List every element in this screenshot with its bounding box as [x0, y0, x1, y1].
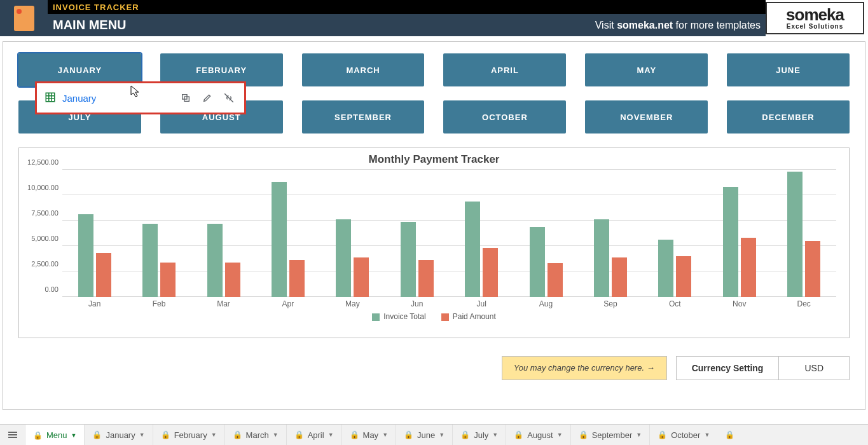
hyperlink-text[interactable]: January — [62, 93, 172, 104]
bar-paid-amount — [418, 260, 434, 297]
sheet-tab-label: May — [363, 430, 379, 440]
svg-line-7 — [224, 93, 233, 102]
month-button-september[interactable]: SEPTEMBER — [302, 100, 425, 134]
chart-bar-group — [593, 170, 628, 297]
chart-x-tick: Apr — [270, 299, 306, 308]
bar-paid-amount — [225, 263, 240, 297]
lock-icon: 🔒 — [92, 430, 102, 439]
currency-hint: You may change the currency here. → — [502, 356, 667, 380]
chart-x-tick: Jun — [399, 299, 435, 308]
svg-rect-0 — [46, 93, 55, 102]
month-button-november[interactable]: NOVEMBER — [585, 100, 708, 134]
all-sheets-button[interactable] — [0, 425, 25, 445]
visit-post: for more templates — [673, 20, 761, 31]
chevron-down-icon: ▼ — [139, 432, 145, 438]
hyperlink-popup: January — [35, 81, 246, 114]
bar-invoice-total — [594, 219, 609, 297]
sheet-tab-overflow[interactable]: 🔒 — [717, 425, 742, 445]
chart-x-tick: Oct — [657, 299, 692, 308]
app-title: INVOICE TRACKER — [48, 0, 766, 14]
currency-setting-label: Currency Setting — [677, 357, 779, 380]
lock-icon: 🔒 — [161, 430, 170, 439]
sheet-tab-september[interactable]: 🔒September▼ — [571, 425, 651, 445]
chart-bar-group — [722, 170, 757, 297]
chart-x-tick: Aug — [528, 299, 564, 308]
bar-invoice-total — [336, 219, 351, 297]
chart-x-tick: Sep — [593, 299, 628, 308]
month-button-march[interactable]: MARCH — [302, 53, 425, 86]
chevron-down-icon: ▼ — [439, 432, 444, 438]
sheet-tab-menu[interactable]: 🔒Menu▼ — [25, 425, 85, 445]
chart-x-tick: Dec — [786, 299, 822, 308]
currency-setting-value[interactable]: USD — [778, 357, 849, 380]
sheet-tab-april[interactable]: 🔒April▼ — [287, 425, 342, 445]
bar-invoice-total — [787, 172, 803, 297]
main-panel: JANUARY FEBRUARY MARCH APRIL MAY JUNE JU… — [3, 41, 865, 410]
sheet-tab-august[interactable]: 🔒August▼ — [506, 425, 570, 445]
chart-bar-group — [786, 170, 822, 297]
sheet-tab-march[interactable]: 🔒March▼ — [225, 425, 287, 445]
bar-invoice-total — [530, 227, 545, 297]
lock-icon: 🔒 — [233, 430, 242, 439]
sheet-tab-label: March — [246, 430, 269, 440]
bar-paid-amount — [548, 263, 563, 297]
app-header: INVOICE TRACKER MAIN MENU Visit someka.n… — [0, 0, 868, 36]
lock-icon: 🔒 — [294, 430, 304, 439]
chart-bar-group — [657, 170, 692, 297]
month-button-december[interactable]: DECEMBER — [727, 100, 850, 134]
sheet-tab-october[interactable]: 🔒October▼ — [650, 425, 717, 445]
sheet-tab-label: January — [106, 430, 135, 440]
brand-name: someka — [786, 6, 844, 23]
sheet-tab-label: April — [308, 430, 324, 440]
chart-bar-group — [270, 170, 306, 297]
app-logo — [0, 0, 48, 36]
lock-icon: 🔒 — [404, 430, 413, 439]
bar-paid-amount — [741, 238, 756, 297]
sheet-tab-february[interactable]: 🔒February▼ — [153, 425, 225, 445]
lock-icon: 🔒 — [658, 430, 667, 439]
chart-bar-group — [528, 170, 564, 297]
sheet-tab-label: September — [592, 430, 633, 440]
bar-invoice-total — [142, 224, 158, 297]
sheet-tab-may[interactable]: 🔒May▼ — [342, 425, 396, 445]
brand-sub: Excel Solutions — [787, 23, 843, 30]
chevron-down-icon: ▼ — [382, 432, 388, 438]
sheet-tab-label: June — [417, 430, 435, 440]
bar-invoice-total — [272, 182, 287, 297]
chart-y-tick: 7,500.00 — [31, 209, 62, 217]
month-button-october[interactable]: OCTOBER — [443, 100, 566, 134]
brand-badge: someka Excel Solutions — [766, 2, 864, 34]
sheet-tab-label: Menu — [46, 430, 67, 440]
legend-item-paid-amount: Paid Amount — [441, 312, 496, 321]
chevron-down-icon: ▼ — [636, 432, 642, 438]
chart-x-tick: Mar — [206, 299, 242, 308]
month-button-april[interactable]: APRIL — [443, 53, 566, 86]
sheet-tab-label: October — [671, 430, 700, 440]
edit-link-button[interactable] — [200, 90, 215, 106]
bar-invoice-total — [465, 202, 480, 297]
sheet-tab-label: February — [174, 430, 207, 440]
visit-link[interactable]: Visit someka.net for more templates — [595, 20, 761, 31]
month-button-june[interactable]: JUNE — [727, 53, 850, 86]
sheet-tab-june[interactable]: 🔒June▼ — [396, 425, 453, 445]
invoice-icon — [14, 6, 34, 31]
chart-legend: Invoice Total Paid Amount — [28, 312, 840, 321]
chart-bars — [62, 170, 836, 297]
bar-paid-amount — [354, 257, 369, 297]
sheet-tab-january[interactable]: 🔒January▼ — [85, 425, 153, 445]
chart-y-tick: 0.00 — [45, 285, 62, 293]
chart-y-tick: 10,000.00 — [27, 184, 62, 191]
sheet-icon — [45, 92, 56, 105]
bar-invoice-total — [723, 187, 738, 297]
lock-icon: 🔒 — [514, 430, 523, 439]
chart-bar-group — [206, 170, 242, 297]
sheet-tab-july[interactable]: 🔒July▼ — [453, 425, 506, 445]
copy-link-button[interactable] — [178, 90, 193, 106]
bar-paid-amount — [805, 241, 820, 297]
bar-paid-amount — [612, 257, 627, 297]
bar-paid-amount — [160, 263, 176, 297]
unlink-button[interactable] — [221, 90, 237, 106]
chart-y-tick: 12,500.00 — [27, 158, 62, 166]
lock-icon: 🔒 — [725, 430, 734, 439]
month-button-may[interactable]: MAY — [585, 53, 708, 86]
